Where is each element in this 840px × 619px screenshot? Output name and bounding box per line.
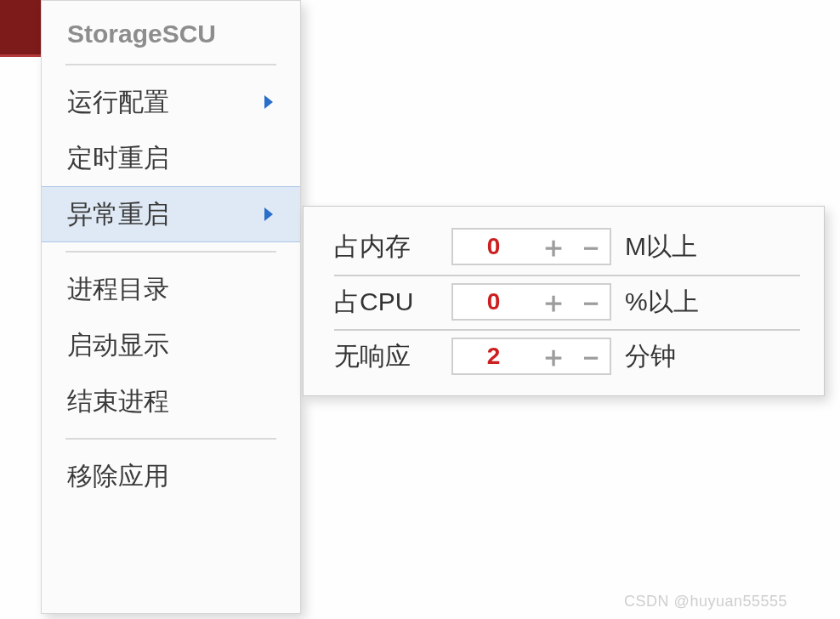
plus-icon[interactable]: ＋ [535,285,572,319]
plus-icon[interactable]: ＋ [535,339,572,373]
menu-item-run-config[interactable]: 运行配置 [42,74,300,130]
cpu-stepper: 0 ＋ － [451,283,611,321]
menu-divider [65,251,276,253]
plus-icon[interactable]: ＋ [535,230,572,264]
chevron-right-icon [264,95,273,109]
menu-item-label: 移除应用 [67,459,278,494]
menu-item-label: 定时重启 [67,141,278,176]
submenu-row-cpu: 占CPU 0 ＋ － %以上 [334,275,800,327]
app-banner-underline [0,54,41,57]
stepper-value[interactable]: 0 [453,233,535,260]
menu-divider [65,64,276,65]
app-banner-bar [0,0,41,54]
minus-icon[interactable]: － [572,285,610,319]
menu-item-label: 启动显示 [67,328,278,363]
menu-item-remove-app[interactable]: 移除应用 [42,448,300,504]
menu-title: StorageSCU [42,14,300,64]
row-suffix: %以上 [625,285,699,320]
abnormal-restart-submenu: 占内存 0 ＋ － M以上 占CPU 0 ＋ － %以上 无响应 2 ＋ － 分… [303,206,825,396]
chevron-right-icon [264,207,273,221]
minus-icon[interactable]: － [572,339,610,373]
menu-item-label: 运行配置 [67,85,264,120]
row-suffix: 分钟 [625,339,676,374]
submenu-row-memory: 占内存 0 ＋ － M以上 [334,220,800,273]
row-label: 占内存 [334,230,436,264]
memory-stepper: 0 ＋ － [451,228,611,265]
menu-item-end-process[interactable]: 结束进程 [42,373,300,429]
menu-item-label: 异常重启 [67,197,264,232]
submenu-row-noresponse: 无响应 2 ＋ － 分钟 [334,329,800,382]
row-label: 占CPU [334,285,436,320]
stepper-value[interactable]: 2 [453,343,535,370]
menu-item-abnormal-restart[interactable]: 异常重启 [42,186,300,242]
stepper-value[interactable]: 0 [453,288,535,315]
menu-item-scheduled-restart[interactable]: 定时重启 [42,130,300,186]
menu-item-label: 进程目录 [67,272,278,307]
menu-item-process-dir[interactable]: 进程目录 [42,261,300,317]
row-suffix: M以上 [625,230,697,264]
menu-divider [65,438,276,440]
row-label: 无响应 [334,339,436,374]
noresponse-stepper: 2 ＋ － [451,338,611,375]
context-menu: StorageSCU 运行配置 定时重启 异常重启 进程目录 启动显示 结束进程… [41,0,301,614]
menu-item-label: 结束进程 [67,384,278,419]
watermark-text: CSDN @huyuan55555 [624,593,787,610]
menu-item-start-display[interactable]: 启动显示 [42,317,300,373]
minus-icon[interactable]: － [572,230,610,264]
